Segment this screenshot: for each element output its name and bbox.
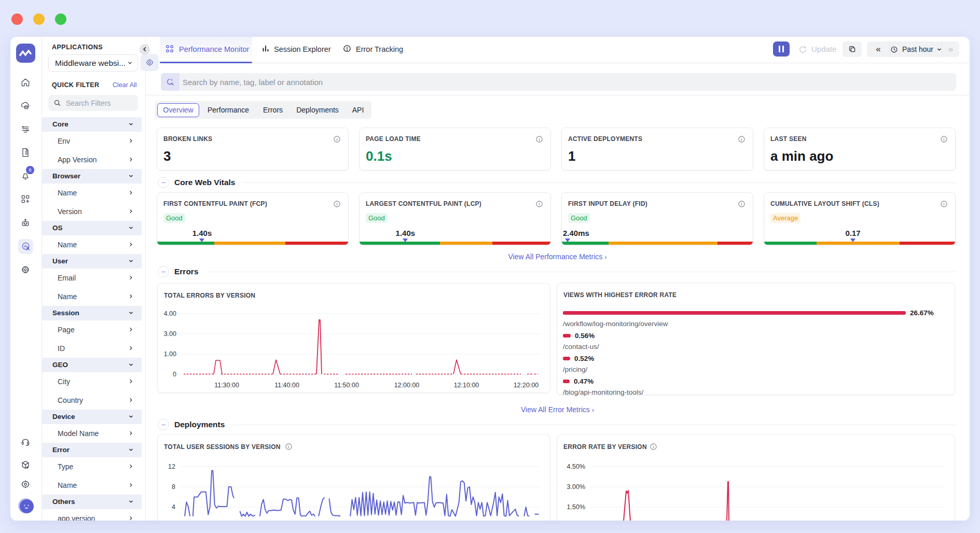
svg-text:4.50%: 4.50%: [567, 463, 585, 470]
svg-text:0: 0: [173, 371, 176, 378]
svg-text:12:00:00: 12:00:00: [394, 382, 420, 389]
svg-text:8: 8: [172, 483, 175, 490]
svg-text:11:40:00: 11:40:00: [274, 382, 299, 389]
svg-text:4: 4: [172, 503, 175, 511]
svg-text:1.00: 1.00: [164, 350, 176, 358]
svg-text:3.00%: 3.00%: [567, 483, 585, 490]
svg-text:4.00: 4.00: [164, 310, 176, 317]
svg-text:12:10:00: 12:10:00: [454, 382, 479, 389]
svg-text:11:30:00: 11:30:00: [214, 382, 239, 389]
svg-text:1.50%: 1.50%: [567, 503, 585, 511]
svg-text:3.00: 3.00: [164, 330, 176, 338]
svg-text:12: 12: [168, 463, 175, 470]
svg-text:11:50:00: 11:50:00: [334, 382, 359, 389]
svg-text:12:20:00: 12:20:00: [514, 382, 539, 389]
